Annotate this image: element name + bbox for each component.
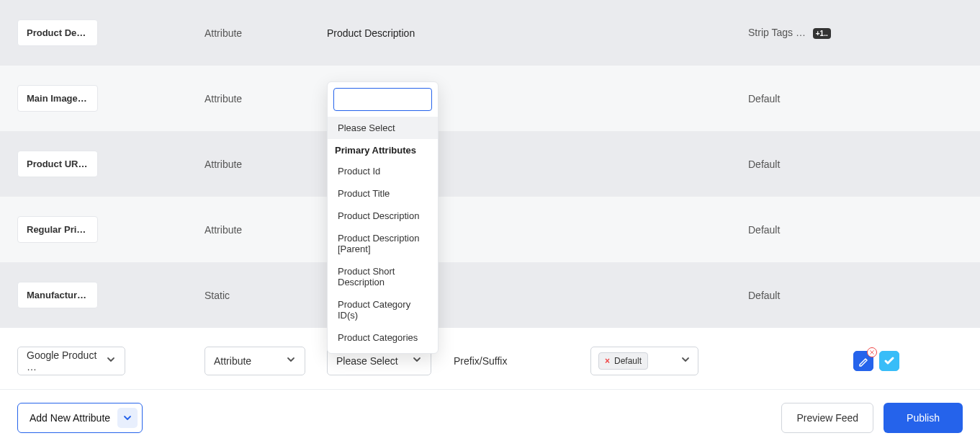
footer-bar: Add New Attribute Preview Feed Publish [0, 389, 980, 446]
dropdown-item-placeholder[interactable]: Please Select [328, 117, 438, 139]
output-label: Strip Tags … [748, 27, 806, 38]
dropdown-search-input[interactable] [333, 88, 432, 111]
type-label: Attribute [204, 27, 327, 39]
output-type-select[interactable]: × Default [590, 347, 698, 375]
attribute-name-select[interactable]: Google Product … [17, 347, 125, 375]
table-row: Regular Price… Attribute Default [0, 197, 980, 262]
value-label: Product Description [327, 27, 593, 39]
attr-name-chip: Product URL … [17, 151, 98, 177]
table-row: Product URL … Attribute Default [0, 131, 980, 197]
dropdown-item[interactable]: Product Title [328, 182, 438, 205]
table-row: Manufacture… Static Default [0, 262, 980, 328]
table-row: Main Image [… Attribute Default [0, 66, 980, 131]
add-attribute-button[interactable]: Add New Attribute [17, 403, 143, 433]
dropdown-item[interactable]: Product Description [Parent] [328, 227, 438, 260]
dropdown-item[interactable]: Product Categories [328, 326, 438, 347]
chevron-down-icon [680, 354, 691, 367]
add-attribute-label: Add New Attribute [30, 412, 110, 424]
extra-badge: +1.. [813, 28, 831, 39]
dropdown-item[interactable]: Product Id [328, 160, 438, 182]
select-value: Attribute [214, 355, 251, 367]
confirm-button[interactable] [879, 351, 899, 371]
chip-remove-icon[interactable]: × [605, 356, 610, 366]
attr-name-chip: Main Image [… [17, 85, 98, 112]
dropdown-item[interactable]: Product Category ID(s) [328, 293, 438, 326]
cancel-edit-icon[interactable] [867, 347, 877, 357]
output-label: Default [748, 224, 903, 236]
chevron-down-icon [117, 408, 138, 428]
output-chip[interactable]: × Default [598, 352, 648, 370]
output-label: Default [748, 93, 903, 104]
table-row: Product Desc… Attribute Product Descript… [0, 0, 980, 66]
prefix-suffix-label: Prefix/Suffix [454, 355, 590, 367]
type-label: Attribute [204, 159, 327, 170]
dropdown-item[interactable]: Product Short Description [328, 260, 438, 293]
chip-label: Default [614, 356, 642, 366]
preview-feed-button[interactable]: Preview Feed [781, 403, 873, 433]
output-label: Default [748, 159, 903, 170]
output-label: Default [748, 290, 903, 301]
edit-row: Google Product … Attribute Please Select… [0, 328, 980, 393]
attr-name-chip: Product Desc… [17, 19, 98, 46]
dropdown-group-label: Primary Attributes [328, 139, 438, 160]
edit-active-button[interactable] [853, 351, 873, 371]
select-value: Google Product … [27, 349, 106, 373]
attr-name-chip: Manufacture… [17, 282, 98, 308]
chevron-down-icon [286, 354, 296, 367]
publish-button[interactable]: Publish [884, 403, 963, 433]
attr-name-chip: Regular Price… [17, 216, 98, 243]
attribute-type-select[interactable]: Attribute [204, 347, 305, 375]
dropdown-item[interactable]: Product Description [328, 205, 438, 227]
select-value: Please Select [336, 355, 398, 367]
chevron-down-icon [412, 354, 422, 367]
dropdown-list[interactable]: Please Select Primary Attributes Product… [328, 117, 438, 347]
type-label: Attribute [204, 93, 327, 104]
value-dropdown: Please Select Primary Attributes Product… [327, 81, 439, 354]
type-label: Attribute [204, 224, 327, 236]
chevron-down-icon [106, 354, 116, 367]
type-label: Static [204, 290, 327, 301]
